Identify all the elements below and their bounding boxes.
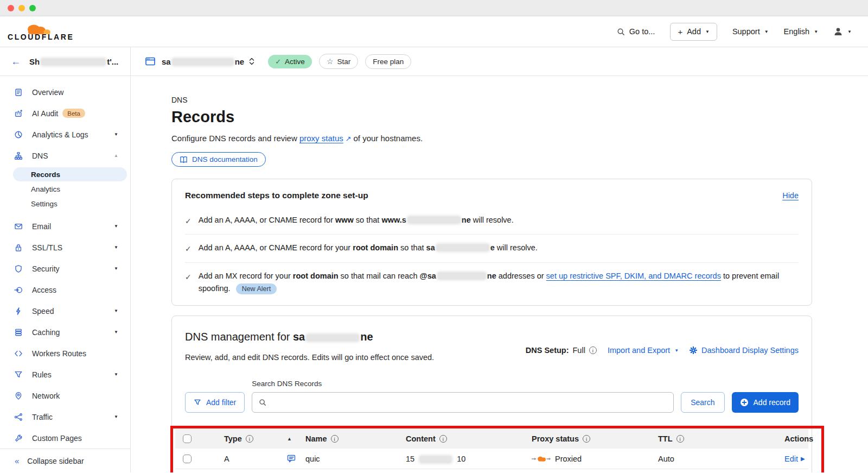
sidebar-item-label: Custom Pages — [32, 434, 82, 443]
sidebar-item-caching[interactable]: Caching▼ — [0, 321, 130, 343]
collapse-label: Collapse sidebar — [27, 457, 84, 465]
record-proxy-status: Proxied — [532, 455, 658, 463]
info-icon[interactable]: i — [589, 346, 597, 354]
chevron-down-icon: ▼ — [814, 29, 818, 34]
sidebar-item-ai-audit[interactable]: AI AuditBeta — [0, 103, 130, 124]
sidebar-item-dns[interactable]: DNS▲ — [0, 145, 130, 166]
sidebar-item-label: Access — [32, 286, 56, 294]
chevron-down-icon: ▼ — [114, 330, 118, 335]
access-icon — [14, 286, 23, 294]
add-record-button[interactable]: Add record — [732, 392, 799, 413]
goto-search[interactable]: Go to... — [617, 27, 655, 36]
edit-record-button[interactable]: Edit▶ — [784, 455, 805, 463]
info-icon[interactable]: i — [676, 435, 684, 443]
star-button[interactable]: ☆ Star — [319, 54, 358, 69]
sidebar-item-security[interactable]: Security▼ — [0, 258, 130, 279]
chevron-down-icon: ▼ — [114, 224, 118, 229]
select-all-checkbox[interactable] — [183, 434, 192, 443]
hide-link[interactable]: Hide — [782, 191, 799, 200]
chevron-down-icon: ▼ — [674, 348, 679, 353]
sidebar-item-email[interactable]: Email▼ — [0, 216, 130, 237]
page-subtitle: Configure DNS records and review proxy s… — [171, 134, 812, 143]
dns-documentation-button[interactable]: DNS documentation — [171, 152, 266, 167]
shield-icon — [14, 264, 23, 273]
info-icon[interactable]: i — [331, 435, 339, 443]
chevron-down-icon: ▼ — [114, 245, 118, 250]
account-header[interactable]: ← Sht'... — [0, 47, 130, 76]
sidebar-subitem-settings[interactable]: Settings — [0, 197, 130, 211]
collapse-sidebar-button[interactable]: « Collapse sidebar — [0, 449, 130, 472]
support-menu[interactable]: Support ▼ — [732, 27, 769, 36]
chevron-down-icon: ▼ — [114, 372, 118, 377]
check-icon: ✓ — [185, 215, 192, 227]
redacted-text — [173, 59, 233, 65]
chevron-down-icon: ▼ — [114, 132, 118, 137]
setup-step: ✓Add an A, AAAA, or CNAME record for you… — [185, 234, 799, 262]
setup-step: ✓Add an MX record for your root domain s… — [185, 262, 799, 302]
column-header-content[interactable]: Contenti — [406, 434, 532, 443]
sidebar-item-label: Overview — [32, 88, 63, 97]
language-menu[interactable]: English ▼ — [784, 27, 818, 36]
maximize-window-button[interactable] — [29, 5, 36, 11]
search-button[interactable]: Search — [681, 392, 724, 413]
check-icon: ✓ — [185, 271, 192, 283]
sidebar-item-workers-routes[interactable]: Workers Routes — [0, 343, 130, 364]
sidebar-item-overview[interactable]: Overview — [0, 81, 130, 103]
column-header-ttl[interactable]: TTLi — [658, 434, 784, 443]
table-row: Ase5.8ProxiedAutoEdit▶ — [175, 469, 808, 472]
setup-step-text: Add an A, AAAA, or CNAME record for www … — [199, 214, 514, 226]
dns-records-table: Typei ▲ Namei Contenti Proxy statusi TTL… — [175, 429, 808, 472]
sort-ascending-icon[interactable]: ▲ — [287, 436, 292, 442]
bolt-icon — [14, 307, 23, 316]
sidebar-item-label: Email — [32, 222, 51, 231]
setup-step: ✓Add an A, AAAA, or CNAME record for www… — [185, 207, 799, 234]
sidebar-subitem-records[interactable]: Records — [13, 167, 127, 181]
check-icon: ✓ — [275, 58, 281, 66]
sidebar-item-rules[interactable]: Rules▼ — [0, 364, 130, 385]
sidebar-item-label: Network — [32, 392, 60, 400]
chevron-up-icon: ▲ — [114, 153, 118, 158]
sidebar-item-ssl-tls[interactable]: SSL/TLS▼ — [0, 237, 130, 258]
zone-selector-chevrons-icon[interactable] — [248, 57, 255, 66]
dashboard-display-settings-link[interactable]: Dashboard Display Settings — [690, 346, 799, 355]
add-button[interactable]: + Add ▼ — [670, 23, 717, 41]
zone-header: sane ✓ Active ☆ Star Free plan — [131, 47, 868, 76]
sidebar-item-traffic[interactable]: Traffic▼ — [0, 406, 130, 427]
user-menu[interactable]: ▼ — [833, 27, 852, 36]
info-icon[interactable]: i — [439, 435, 447, 443]
chevron-down-icon: ▼ — [114, 308, 118, 313]
record-ttl: Auto — [658, 455, 784, 463]
funnel-icon — [14, 370, 23, 379]
sidebar-nav: OverviewAI AuditBetaAnalytics & Logs▼DNS… — [0, 76, 130, 449]
top-navigation: CLOUDFLARE Go to... + Add ▼ Support ▼ En… — [0, 16, 868, 47]
sidebar-item-access[interactable]: Access — [0, 279, 130, 300]
wrench-icon — [14, 434, 23, 443]
envelope-icon — [14, 222, 23, 231]
support-label: Support — [732, 27, 760, 36]
info-icon[interactable]: i — [583, 435, 590, 443]
info-icon[interactable]: i — [246, 435, 253, 443]
sidebar-item-custom-pages[interactable]: Custom Pages — [0, 427, 130, 449]
gear-icon — [690, 346, 697, 354]
search-icon — [617, 28, 625, 36]
import-export-menu[interactable]: Import and Export ▼ — [608, 346, 679, 355]
search-dns-records-input[interactable] — [252, 392, 674, 413]
sidebar-item-speed[interactable]: Speed▼ — [0, 300, 130, 321]
back-arrow-icon[interactable]: ← — [11, 56, 21, 67]
minimize-window-button[interactable] — [18, 5, 25, 11]
add-filter-button[interactable]: Add filter — [185, 392, 245, 413]
code-brackets-icon — [14, 349, 23, 358]
column-header-proxy-status[interactable]: Proxy statusi — [532, 434, 658, 443]
cloudflare-logo[interactable]: CLOUDFLARE — [8, 23, 74, 41]
sidebar-item-label: Analytics & Logs — [32, 130, 88, 139]
sidebar-item-network[interactable]: Network — [0, 385, 130, 406]
setup-step-text: Add an MX record for your root domain so… — [199, 270, 790, 295]
redacted-text — [438, 273, 486, 279]
close-window-button[interactable] — [8, 5, 14, 11]
brand-wordmark: CLOUDFLARE — [8, 33, 74, 41]
row-checkbox[interactable] — [183, 455, 192, 463]
column-header-name[interactable]: Namei — [305, 434, 406, 443]
sidebar-item-analytics-logs[interactable]: Analytics & Logs▼ — [0, 124, 130, 145]
sidebar-subitem-analytics[interactable]: Analytics — [0, 182, 130, 196]
column-header-type[interactable]: Typei — [224, 434, 287, 443]
